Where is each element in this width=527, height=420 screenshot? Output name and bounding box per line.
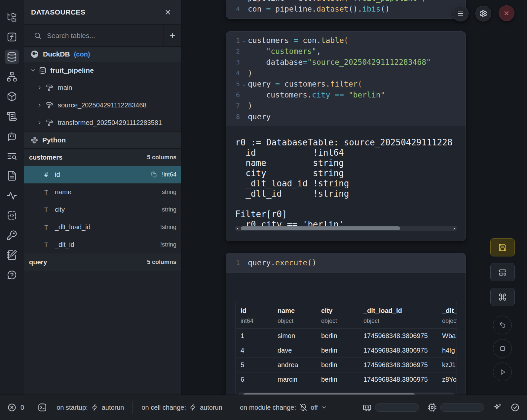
schema-row-main[interactable]: main: [24, 79, 181, 96]
rail-item-file-text[interactable]: [5, 169, 19, 183]
column-header-_dlt_id[interactable]: _dlt_idobject: [442, 307, 457, 328]
play-icon: [499, 368, 507, 376]
layout-button[interactable]: [490, 263, 515, 281]
undo-button[interactable]: [493, 316, 512, 334]
chevron-right-icon: [36, 85, 43, 91]
circle-x-icon: [7, 403, 17, 412]
errors-indicator[interactable]: 0: [7, 403, 24, 412]
column-row-city[interactable]: Tcitystring: [24, 201, 181, 218]
schema-row-transformed_202504291112283581[interactable]: transformed_202504291112283581: [24, 114, 181, 132]
text-type-icon: T: [44, 189, 52, 196]
code-line: 8query: [231, 111, 466, 122]
column-type: !string: [160, 241, 176, 248]
table-cell: 1745968348.3806975: [363, 332, 442, 340]
cell-menu-button[interactable]: [453, 6, 469, 21]
code-line: 3pipeline = dlt.attach("fruit_pipeline"): [231, 0, 466, 4]
on-startup-setting[interactable]: on startup: autorun: [56, 404, 124, 411]
table-header-query[interactable]: query 5 columns: [24, 253, 181, 271]
table-header-customers[interactable]: customers 5 columns: [24, 149, 181, 166]
error-count: 0: [20, 404, 24, 411]
command-palette-button[interactable]: [490, 288, 515, 306]
shutdown-button[interactable]: [499, 5, 514, 21]
close-x-icon: [503, 9, 510, 17]
activity-icon: [7, 190, 17, 201]
column-name: _dlt_load_id: [55, 223, 91, 231]
column-row-_dlt_id[interactable]: T_dlt_id!string: [24, 236, 181, 253]
scroll-left-arrow[interactable]: ◂: [235, 226, 240, 231]
terminal-button[interactable]: [37, 402, 47, 412]
column-row-name[interactable]: Tnamestring: [24, 183, 181, 201]
connection-row[interactable]: DuckDB (con): [24, 47, 181, 62]
scroll-right-arrow[interactable]: ▸: [452, 226, 457, 231]
text-search-icon: [7, 151, 17, 161]
code-text: database="source_202504291112283468": [248, 57, 466, 68]
status-bar: 0 on startup: autorun on cell change: au…: [0, 395, 527, 420]
text-type-icon: T: [44, 206, 52, 213]
code-text: query.execute(): [248, 257, 466, 268]
ai-sparkles-icon[interactable]: [493, 403, 502, 412]
rail-item-activity[interactable]: [5, 188, 19, 203]
rail-item-text-search[interactable]: [5, 149, 19, 163]
fold-gutter: [240, 100, 248, 111]
scrollbar-thumb[interactable]: [241, 226, 400, 230]
table-cell: marcin: [278, 376, 321, 383]
rail-item-code-square[interactable]: [5, 208, 19, 223]
connected-check-icon[interactable]: [510, 403, 520, 412]
on-module-change-setting[interactable]: on module change: off: [240, 403, 327, 411]
fold-gutter: [240, 90, 248, 100]
line-number: 5: [231, 79, 240, 90]
column-header-name[interactable]: nameobject: [278, 307, 321, 328]
rail-item-network[interactable]: [5, 69, 19, 84]
line-number: 3: [231, 57, 240, 68]
settings-button[interactable]: [475, 6, 491, 21]
network-icon: [7, 71, 17, 82]
column-row-id[interactable]: #id!int64: [24, 166, 181, 183]
rail-item-bot-message[interactable]: [5, 129, 19, 143]
rail-item-package[interactable]: [5, 89, 19, 104]
package-icon: [7, 91, 17, 102]
schema-row-source_202504291112283468[interactable]: source_202504291112283468: [24, 96, 181, 114]
python-section-label: Python: [42, 136, 66, 144]
stop-button[interactable]: [493, 339, 512, 358]
code-editor[interactable]: 1query.execute(): [226, 253, 466, 273]
rail-item-database[interactable]: [5, 50, 19, 64]
rail-item-help-bubble[interactable]: [5, 268, 19, 282]
code-line: 7): [231, 100, 466, 111]
rail-item-scroll-text[interactable]: [5, 109, 19, 124]
rail-item-file-tree[interactable]: [5, 10, 19, 24]
search-input[interactable]: [47, 32, 158, 40]
rail-item-notebook-pen[interactable]: [5, 248, 19, 262]
duckdb-logo-icon: [30, 50, 39, 58]
fold-chevron-icon[interactable]: ⌄: [240, 35, 248, 46]
column-header-id[interactable]: idint64: [241, 307, 278, 328]
zap-icon: [91, 404, 98, 411]
copy-icon[interactable]: [150, 171, 157, 178]
add-table-button[interactable]: +: [164, 25, 181, 46]
rail-item-function-square[interactable]: [5, 30, 19, 44]
column-name: name: [55, 188, 71, 196]
on-cell-change-setting[interactable]: on cell change: autorun: [141, 404, 222, 411]
fold-gutter: [240, 0, 248, 4]
code-editor[interactable]: 1⌄customers = con.table(2 "customers",3 …: [226, 32, 466, 122]
table-cell: 4: [241, 347, 278, 354]
fold-gutter: [240, 4, 248, 15]
run-button[interactable]: [493, 363, 512, 381]
ram-icon: [362, 403, 372, 412]
save-button[interactable]: [490, 238, 515, 256]
database-row[interactable]: fruit_pipeline: [24, 62, 181, 79]
table-cell: berlin: [321, 347, 363, 354]
fold-gutter: [240, 257, 248, 268]
code-editor[interactable]: 3pipeline = dlt.attach("fruit_pipeline")…: [226, 0, 466, 15]
result-table-header: idint64nameobjectcityobject_dlt_load_ido…: [236, 301, 457, 328]
table-cell: 6: [241, 376, 278, 383]
layout-icon: [498, 268, 507, 277]
rail-item-key-round[interactable]: [5, 228, 19, 243]
close-icon[interactable]: ×: [162, 6, 174, 18]
column-header-city[interactable]: cityobject: [321, 307, 363, 328]
column-row-_dlt_load_id[interactable]: T_dlt_load_id!string: [24, 218, 181, 236]
python-section-row[interactable]: Python: [24, 132, 181, 149]
setting-label: on cell change:: [141, 404, 186, 411]
table-cell: 1: [241, 332, 278, 340]
fold-chevron-icon[interactable]: ⌄: [240, 79, 248, 90]
column-header-_dlt_load_id[interactable]: _dlt_load_idobject: [363, 307, 442, 328]
